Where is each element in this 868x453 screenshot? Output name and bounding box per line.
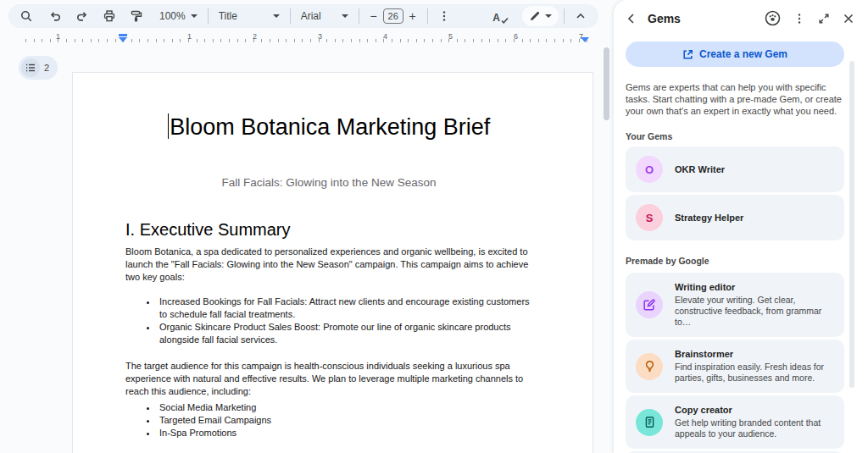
toolbar-divider <box>208 8 209 24</box>
doc-heading[interactable]: I. Executive Summary <box>125 220 532 240</box>
kebab-menu-icon[interactable] <box>793 13 805 25</box>
document-icon <box>636 409 663 436</box>
increase-font-size-button[interactable]: + <box>403 9 422 23</box>
toolbar-divider <box>564 8 565 24</box>
close-icon[interactable] <box>843 13 854 25</box>
open-in-new-icon <box>682 49 693 60</box>
panel-title: Gems <box>648 12 681 25</box>
style-value: Title <box>219 10 237 22</box>
zoom-value: 100% <box>159 10 186 22</box>
ruler[interactable]: 1 1 2 3 4 5 6 7 <box>0 32 604 44</box>
gem-item-copy-creator[interactable]: Copy creator Get help writing branded co… <box>626 395 844 449</box>
gems-description: Gems are experts that can help you with … <box>626 81 844 117</box>
gem-name: Copy creator <box>675 405 834 416</box>
premade-gems-list: Writing editor Elevate your writing. Get… <box>626 273 844 453</box>
page-count: 2 <box>44 63 49 73</box>
doc-bullet[interactable]: Increased Bookings for Fall Facials: Att… <box>158 296 532 321</box>
gem-item-strategy-helper[interactable]: S Strategy Helper <box>626 195 844 240</box>
gems-panel-header: Gems <box>614 0 868 33</box>
gem-item-writing-editor[interactable]: Writing editor Elevate your writing. Get… <box>626 273 844 337</box>
toolbar-divider <box>359 8 359 24</box>
doc-subtitle[interactable]: Fall Facials: Glowing into the New Seaso… <box>125 176 532 189</box>
decrease-font-size-button[interactable]: − <box>364 9 383 23</box>
gem-description: Elevate your writing. Get clear, constru… <box>675 295 834 328</box>
doc-bullet[interactable]: Social Media Marketing <box>158 401 532 414</box>
editor-area: 100% Title Arial − 26 + <box>0 0 614 453</box>
gem-item-okr-writer[interactable]: O OKR Writer <box>626 146 844 192</box>
back-icon[interactable] <box>626 13 637 25</box>
doc-paragraph[interactable]: The target audience for this campaign is… <box>125 360 532 398</box>
more-options-icon[interactable] <box>433 6 455 26</box>
toolbar-divider <box>427 8 428 24</box>
list-outline-icon <box>21 58 40 77</box>
gem-name: Writing editor <box>675 282 834 293</box>
doc-bullet[interactable]: Organic Skincare Product Sales Boost: Pr… <box>158 321 532 346</box>
gem-avatar: S <box>636 204 663 231</box>
editing-mode-select[interactable] <box>522 6 559 26</box>
edit-square-icon <box>636 291 663 318</box>
doc-bullet-list: Social Media Marketing Targeted Email Ca… <box>125 401 532 439</box>
search-icon[interactable] <box>15 6 37 26</box>
lightbulb-icon <box>636 353 663 380</box>
gem-description: Find inspiration easily. Fresh ideas for… <box>675 362 834 384</box>
pen-icon <box>529 10 541 22</box>
document-content: Bloom Botanica Marketing Brief Fall Faci… <box>125 73 532 439</box>
doc-bullet-list: Increased Bookings for Fall Facials: Att… <box>125 296 532 346</box>
toolbar: 100% Title Arial − 26 + <box>8 4 598 28</box>
doc-title[interactable]: Bloom Botanica Marketing Brief <box>125 113 532 141</box>
document-canvas: 2 Bloom Botanica Marketing Brief Fall Fa… <box>0 44 614 453</box>
gem-name: Strategy Helper <box>675 213 743 224</box>
gem-item-brainstormer[interactable]: Brainstormer Find inspiration easily. Fr… <box>626 340 844 393</box>
text-cursor <box>168 113 170 139</box>
chevron-down-icon <box>273 14 280 18</box>
document-page[interactable]: Bloom Botanica Marketing Brief Fall Faci… <box>72 72 593 453</box>
font-select[interactable]: Arial <box>296 6 353 26</box>
toolbar-divider <box>290 8 291 24</box>
tabs-outline-button[interactable]: 2 <box>19 56 58 80</box>
right-indent-marker[interactable] <box>581 37 589 42</box>
chevron-down-icon <box>191 14 198 18</box>
paw-icon[interactable] <box>765 10 781 26</box>
font-value: Arial <box>301 10 321 22</box>
chevron-down-icon <box>342 14 348 18</box>
gem-name: OKR Writer <box>675 164 725 175</box>
your-gems-list: O OKR Writer S Strategy Helper <box>626 146 844 240</box>
hide-menus-icon[interactable] <box>570 6 592 26</box>
font-size-input[interactable]: 26 <box>383 8 403 24</box>
left-indent-marker[interactable] <box>119 34 127 42</box>
panel-scrollbar[interactable] <box>849 61 854 388</box>
google-docs-window: 100% Title Arial − 26 + <box>0 0 868 453</box>
print-icon[interactable] <box>98 6 120 26</box>
gem-name: Brainstormer <box>675 349 834 360</box>
create-new-gem-button[interactable]: Create a new Gem <box>626 41 844 67</box>
spell-check-icon[interactable]: A <box>489 6 512 26</box>
document-scrollbar[interactable] <box>604 47 609 120</box>
chevron-down-icon <box>545 14 552 18</box>
spell-letter: A <box>492 12 500 24</box>
paint-format-icon[interactable] <box>125 6 147 26</box>
undo-icon[interactable] <box>44 6 66 26</box>
paragraph-style-select[interactable]: Title <box>214 6 285 26</box>
premade-label: Premade by Google <box>626 256 844 266</box>
gem-avatar: O <box>636 156 663 183</box>
doc-bullet[interactable]: In-Spa Promotions <box>158 427 532 439</box>
doc-paragraph[interactable]: Bloom Botanica, a spa dedicated to perso… <box>125 246 532 284</box>
doc-bullet[interactable]: Targeted Email Campaigns <box>158 414 532 427</box>
gem-description: Get help writing branded content that ap… <box>675 417 834 439</box>
zoom-select[interactable]: 100% <box>154 6 203 26</box>
ruler-ticks <box>25 39 590 42</box>
redo-icon[interactable] <box>71 6 93 26</box>
create-new-gem-label: Create a new Gem <box>699 48 787 60</box>
expand-icon[interactable] <box>818 13 830 25</box>
your-gems-label: Your Gems <box>626 131 844 141</box>
gems-side-panel: Gems <box>614 0 868 453</box>
